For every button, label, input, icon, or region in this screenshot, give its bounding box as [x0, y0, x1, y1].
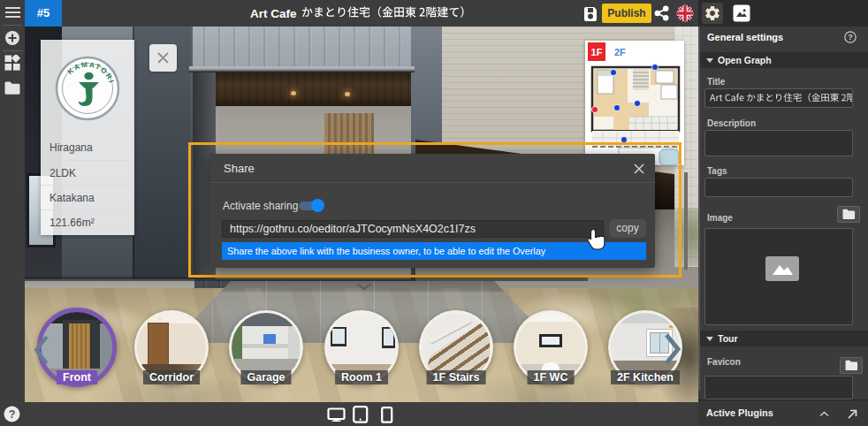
svg-text:1F: 1F [591, 47, 603, 57]
svg-text:?: ? [9, 408, 16, 421]
svg-text:2F: 2F [614, 47, 626, 57]
svg-text:?: ? [848, 33, 853, 42]
